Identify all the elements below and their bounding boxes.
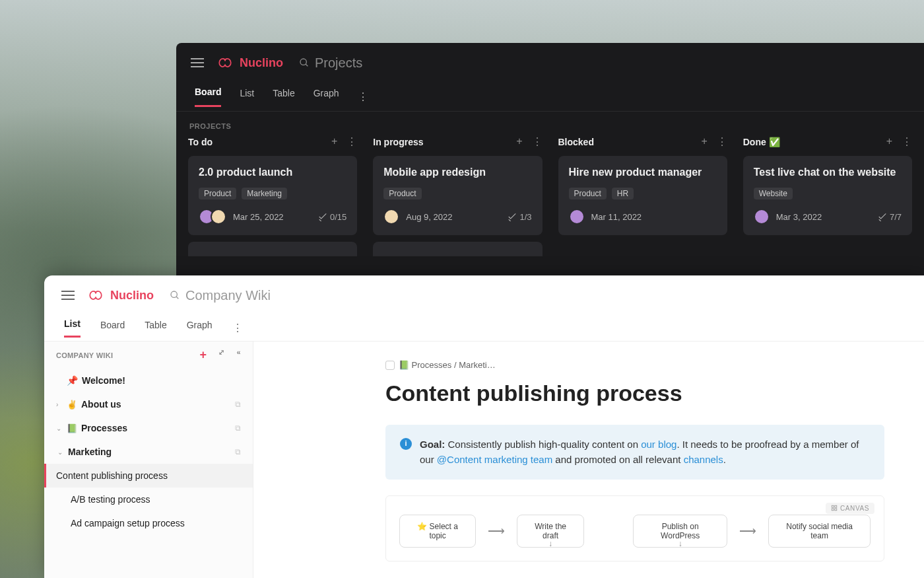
tab-table[interactable]: Table xyxy=(273,88,294,106)
sidebar-item-ab-testing[interactable]: A/B testing process xyxy=(44,488,253,511)
goal-callout: i Goal: Consistently publish high-qualit… xyxy=(385,425,884,480)
flow-node[interactable]: ⭐ Select a topic xyxy=(399,515,476,548)
svg-rect-7 xyxy=(835,509,837,511)
card-stub[interactable] xyxy=(373,242,542,256)
grid-icon xyxy=(831,505,838,511)
flow-node[interactable]: Notify social media team xyxy=(768,515,871,548)
column-add-icon[interactable]: + xyxy=(516,135,522,148)
svg-rect-6 xyxy=(832,509,834,511)
avatar xyxy=(383,209,399,225)
expand-icon[interactable]: ⤢ xyxy=(218,348,224,362)
canvas-block[interactable]: CANVAS ⭐ Select a topic ⟶ Write the draf… xyxy=(385,495,884,561)
search-field[interactable]: Projects xyxy=(299,55,362,71)
menu-icon[interactable] xyxy=(61,291,75,300)
copy-icon[interactable]: ⧉ xyxy=(235,423,241,433)
card-date: Mar 11, 2022 xyxy=(591,212,642,222)
card-checklist-count: 0/15 xyxy=(318,212,346,222)
column-add-icon[interactable]: + xyxy=(701,135,707,148)
search-field[interactable]: Company Wiki xyxy=(170,288,271,303)
card-tag: Product xyxy=(383,188,421,199)
column-done: Done ✅ +⋮ Test live chat on the website … xyxy=(743,135,912,256)
column-header: Blocked +⋮ xyxy=(558,135,727,148)
svg-point-2 xyxy=(171,291,177,297)
column-add-icon[interactable]: + xyxy=(886,135,892,148)
card[interactable]: Test live chat on the website Website Ma… xyxy=(743,156,912,235)
tab-list[interactable]: List xyxy=(64,318,81,338)
brand-name: Nuclino xyxy=(110,289,154,303)
avatar xyxy=(569,209,585,225)
arrow-right-icon: ⟶ xyxy=(739,524,756,538)
link-channels[interactable]: channels xyxy=(684,454,723,465)
column-todo: To do +⋮ 2.0 product launch Product Mark… xyxy=(188,135,357,256)
card-tag: Product xyxy=(199,188,236,199)
brand-logo[interactable]: Nuclino xyxy=(216,56,283,70)
column-add-icon[interactable]: + xyxy=(331,135,337,148)
brain-icon xyxy=(86,289,105,302)
tab-board[interactable]: Board xyxy=(100,320,125,337)
add-item-icon[interactable]: + xyxy=(199,348,207,362)
link-our-blog[interactable]: our blog xyxy=(641,439,676,450)
brand-name: Nuclino xyxy=(240,56,283,70)
breadcrumb[interactable]: 📗 Processes / Marketi… xyxy=(385,360,884,370)
card[interactable]: Hire new product manager Product HR Mar … xyxy=(558,156,727,235)
sidebar-item-processes[interactable]: ⌄📗Processes ⧉ xyxy=(44,416,253,440)
pin-icon: 📌 xyxy=(67,375,78,386)
checkbox-icon[interactable] xyxy=(385,361,395,370)
book-icon: 📗 xyxy=(67,423,77,433)
tabs-more-icon[interactable]: ⋮ xyxy=(232,322,243,334)
sidebar-item-ad-campaign[interactable]: Ad campaign setup process xyxy=(44,511,253,535)
menu-icon[interactable] xyxy=(191,58,204,67)
goal-label: Goal: xyxy=(420,439,445,450)
tab-list[interactable]: List xyxy=(240,88,254,106)
board-columns: To do +⋮ 2.0 product launch Product Mark… xyxy=(176,135,924,256)
sidebar-item-about[interactable]: ›✌️About us ⧉ xyxy=(44,392,253,416)
svg-point-0 xyxy=(300,59,306,65)
sidebar-item-welcome[interactable]: 📌Welcome! xyxy=(44,369,253,392)
sidebar-item-content-publishing[interactable]: Content publishing process xyxy=(44,464,253,488)
sidebar: COMPANY WIKI + ⤢ « 📌Welcome! ›✌️About us… xyxy=(44,342,253,578)
chevron-down-icon: ⌄ xyxy=(56,425,63,432)
light-topbar: Nuclino Company Wiki xyxy=(44,275,924,315)
tabs-more-icon[interactable]: ⋮ xyxy=(358,90,368,103)
brain-icon xyxy=(216,56,234,69)
sidebar-label: COMPANY WIKI xyxy=(56,351,113,359)
sidebar-item-marketing[interactable]: ⌄Marketing ⧉ xyxy=(44,440,253,464)
column-more-icon[interactable]: ⋮ xyxy=(717,135,727,148)
checklist-icon xyxy=(318,212,327,221)
tab-graph[interactable]: Graph xyxy=(187,320,213,337)
info-icon: i xyxy=(400,438,412,450)
card-tag: HR xyxy=(612,188,634,199)
card-avatars xyxy=(199,209,226,225)
card[interactable]: 2.0 product launch Product Marketing Mar… xyxy=(188,156,357,235)
column-title: Blocked xyxy=(558,137,594,147)
brand-logo[interactable]: Nuclino xyxy=(86,289,154,303)
column-more-icon[interactable]: ⋮ xyxy=(902,135,912,148)
collapse-icon[interactable]: « xyxy=(237,348,241,362)
card[interactable]: Mobile app redesign Product Aug 9, 2022 … xyxy=(373,156,542,235)
search-icon xyxy=(299,57,310,68)
column-title: In progress xyxy=(373,137,423,147)
column-header: To do +⋮ xyxy=(188,135,357,148)
search-placeholder: Projects xyxy=(315,55,362,71)
column-more-icon[interactable]: ⋮ xyxy=(346,135,357,148)
view-tabs: Board List Table Graph ⋮ xyxy=(176,83,924,112)
copy-icon[interactable]: ⧉ xyxy=(235,447,241,456)
tab-board[interactable]: Board xyxy=(195,87,221,107)
card-checklist-count: 7/7 xyxy=(878,212,902,222)
breadcrumb-text: 📗 Processes / Marketi… xyxy=(399,360,496,370)
column-title: To do xyxy=(188,137,213,147)
flow-node[interactable]: Publish on WordPress ↓ xyxy=(633,515,727,548)
card-stub[interactable] xyxy=(188,242,357,256)
copy-icon[interactable]: ⧉ xyxy=(235,400,241,409)
svg-rect-4 xyxy=(832,505,834,507)
document-area: 📗 Processes / Marketi… Content publishin… xyxy=(253,342,924,578)
callout-body: Goal: Consistently publish high-quality … xyxy=(420,437,870,468)
canvas-badge: CANVAS xyxy=(826,503,874,514)
flow-node[interactable]: Write the draft ↓ xyxy=(517,515,584,548)
tab-graph[interactable]: Graph xyxy=(314,88,339,106)
column-more-icon[interactable]: ⋮ xyxy=(532,135,543,148)
mention-content-team[interactable]: @Content marketing team xyxy=(437,454,552,465)
svg-line-1 xyxy=(306,64,308,66)
card-tag: Website xyxy=(754,188,793,199)
tab-table[interactable]: Table xyxy=(145,320,166,337)
